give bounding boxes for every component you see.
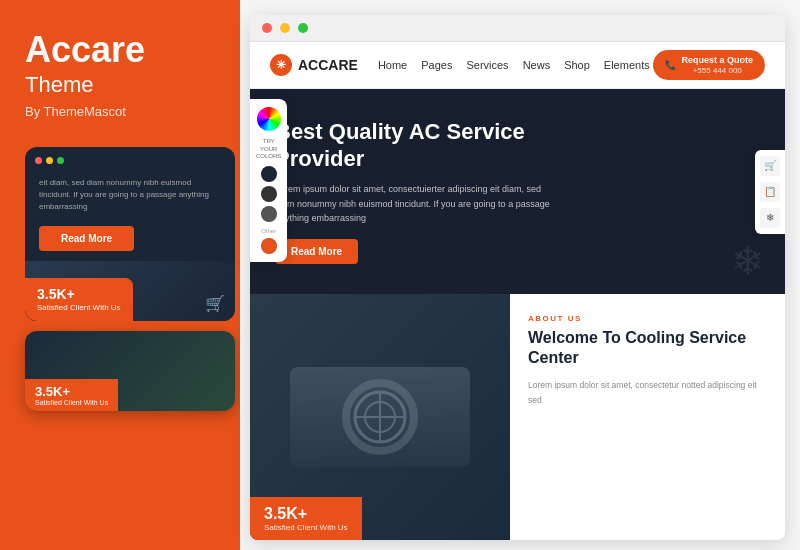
mobile-dot-green xyxy=(57,157,64,164)
mobile-cart-icon: 🛒 xyxy=(205,294,225,313)
mobile-hero-image: 3.5K+ Satisfied Client With Us xyxy=(25,331,235,411)
browser-dot-yellow xyxy=(280,23,290,33)
ac-circular-icon xyxy=(350,387,410,447)
quote-label: Request a Quote xyxy=(681,55,753,66)
nav-home[interactable]: Home xyxy=(378,59,407,71)
mobile-bottom-badge-num: 3.5K+ xyxy=(35,384,108,399)
mobile-badge-num: 3.5K+ xyxy=(37,286,121,303)
site-about-section: ABOUT US Welcome To Cooling Service Cent… xyxy=(510,294,785,540)
left-bottom-area: 3.5K+ Satisfied Client With Us xyxy=(25,331,215,411)
right-panel: ✳ ACCARE Home Pages Services News Shop E… xyxy=(240,0,800,550)
other-label: Other xyxy=(261,228,276,234)
site-logo: ✳ ACCARE xyxy=(270,54,358,76)
side-toolbar: 🛒 📋 ❄ xyxy=(755,150,785,234)
mobile-body-text: eit diam, sed diam nonummy nibh euismod … xyxy=(35,172,225,218)
image-badge-num: 3.5K+ xyxy=(264,505,348,523)
site-navbar: ✳ ACCARE Home Pages Services News Shop E… xyxy=(250,42,785,89)
left-panel: Accare Theme By ThemeMascot eit diam, se… xyxy=(0,0,240,550)
image-section-badge: 3.5K+ Satisfied Client With Us xyxy=(250,497,362,540)
mobile-bottom-badge-text: Satisfied Client With Us xyxy=(35,399,108,406)
quote-phone: +555 444 000 xyxy=(681,66,753,76)
swatch-dark[interactable] xyxy=(261,166,277,182)
nav-news[interactable]: News xyxy=(523,59,551,71)
nav-pages[interactable]: Pages xyxy=(421,59,452,71)
mobile-dot-yellow xyxy=(46,157,53,164)
browser-dot-green xyxy=(298,23,308,33)
ac-unit-visual xyxy=(290,367,470,467)
quote-button[interactable]: 📞 Request a Quote +555 444 000 xyxy=(653,50,765,80)
snowflake-icon: ❄ xyxy=(731,238,765,284)
about-title: Welcome To Cooling Service Center xyxy=(528,328,767,368)
color-wheel-icon xyxy=(257,107,281,131)
color-picker-overlay: TRYYOURCOLORS Other xyxy=(250,99,287,262)
swatch-medium[interactable] xyxy=(261,206,277,222)
about-description: Lorem ipsum dolor sit amet, consectetur … xyxy=(528,378,767,407)
nav-services[interactable]: Services xyxy=(466,59,508,71)
brand-sub: Theme xyxy=(25,72,215,98)
brand-by: By ThemeMascot xyxy=(25,104,215,119)
mobile-dot-red xyxy=(35,157,42,164)
browser-chrome xyxy=(250,15,785,42)
mobile-bottom-mockup: 3.5K+ Satisfied Client With Us xyxy=(25,331,235,411)
color-picker-title: TRYYOURCOLORS xyxy=(256,138,281,160)
site-nav-links: Home Pages Services News Shop Elements xyxy=(378,59,654,71)
about-label: ABOUT US xyxy=(528,314,767,323)
swatch-orange[interactable] xyxy=(261,238,277,254)
brand-title: Accare xyxy=(25,30,215,70)
toolbar-docs-icon[interactable]: 📋 xyxy=(760,182,780,202)
mobile-read-more-button[interactable]: Read More xyxy=(39,226,134,251)
nav-elements[interactable]: Elements xyxy=(604,59,650,71)
image-badge-text: Satisfied Client With Us xyxy=(264,523,348,532)
mobile-badge-text: Satisfied Client With Us xyxy=(37,303,121,313)
phone-icon: 📞 xyxy=(665,60,676,70)
logo-text: ACCARE xyxy=(298,57,358,73)
mobile-badge: 3.5K+ Satisfied Client With Us xyxy=(25,278,133,320)
site-hero: TRYYOURCOLORS Other ❮ ❯ Best Quality AC … xyxy=(250,89,785,294)
swatch-darker[interactable] xyxy=(261,186,277,202)
logo-icon: ✳ xyxy=(270,54,292,76)
site-below-hero: 3.5K+ Satisfied Client With Us ABOUT US … xyxy=(250,294,785,540)
mobile-bottom-badge: 3.5K+ Satisfied Client With Us xyxy=(25,379,118,411)
hero-description: Lorem ipsum dolor sit amet, consectuiert… xyxy=(275,182,555,225)
browser-dot-red xyxy=(262,23,272,33)
mobile-mockup: eit diam, sed diam nonummy nibh euismod … xyxy=(25,147,235,321)
toolbar-cart-icon[interactable]: 🛒 xyxy=(760,156,780,176)
toolbar-settings-icon[interactable]: ❄ xyxy=(760,208,780,228)
hero-read-more-button[interactable]: Read More xyxy=(275,239,358,264)
browser-window: ✳ ACCARE Home Pages Services News Shop E… xyxy=(250,15,785,540)
nav-shop[interactable]: Shop xyxy=(564,59,590,71)
site-image-section: 3.5K+ Satisfied Client With Us xyxy=(250,294,510,540)
hero-content: Best Quality AC Service Provider Lorem i… xyxy=(275,119,555,264)
hero-title: Best Quality AC Service Provider xyxy=(275,119,555,172)
